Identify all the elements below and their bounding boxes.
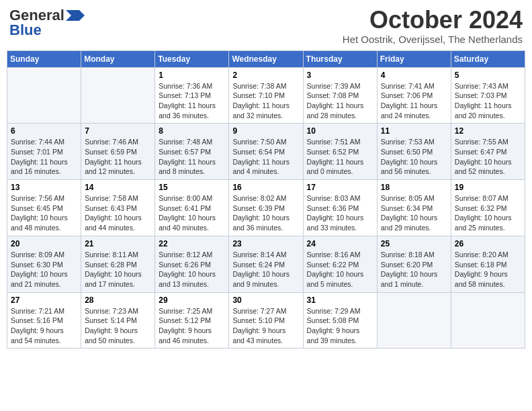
location-text: Het Oostrik, Overijssel, The Netherlands	[343, 34, 523, 45]
day-number: 5	[455, 71, 521, 80]
logo: General Blue	[9, 7, 85, 39]
day-number: 14	[85, 183, 151, 192]
day-info: Sunrise: 7:56 AM Sunset: 6:45 PM Dayligh…	[11, 193, 77, 233]
day-number: 27	[11, 295, 77, 305]
calendar-cell: 24Sunrise: 8:16 AM Sunset: 6:22 PM Dayli…	[303, 236, 377, 292]
day-info: Sunrise: 7:58 AM Sunset: 6:43 PM Dayligh…	[85, 193, 151, 233]
day-number: 9	[232, 126, 299, 136]
day-number: 26	[455, 239, 521, 248]
day-info: Sunrise: 7:29 AM Sunset: 5:08 PM Dayligh…	[307, 306, 373, 346]
calendar-cell: 22Sunrise: 8:12 AM Sunset: 6:26 PM Dayli…	[155, 236, 229, 292]
calendar-cell: 23Sunrise: 8:14 AM Sunset: 6:24 PM Dayli…	[229, 236, 303, 292]
day-info: Sunrise: 8:09 AM Sunset: 6:30 PM Dayligh…	[11, 250, 77, 289]
calendar-cell: 17Sunrise: 8:03 AM Sunset: 6:36 PM Dayli…	[303, 180, 377, 236]
day-number: 10	[307, 126, 373, 136]
day-number: 2	[232, 71, 299, 80]
day-info: Sunrise: 7:41 AM Sunset: 7:06 PM Dayligh…	[381, 81, 447, 121]
calendar-cell: 1Sunrise: 7:36 AM Sunset: 7:13 PM Daylig…	[155, 67, 229, 124]
day-info: Sunrise: 8:14 AM Sunset: 6:24 PM Dayligh…	[232, 250, 299, 289]
calendar-cell: 30Sunrise: 7:27 AM Sunset: 5:10 PM Dayli…	[229, 292, 303, 349]
day-number: 30	[232, 295, 299, 305]
day-info: Sunrise: 7:50 AM Sunset: 6:54 PM Dayligh…	[232, 137, 299, 177]
day-info: Sunrise: 7:39 AM Sunset: 7:08 PM Dayligh…	[307, 81, 373, 121]
day-info: Sunrise: 7:51 AM Sunset: 6:52 PM Dayligh…	[307, 137, 373, 177]
day-number: 31	[307, 295, 373, 305]
day-number: 6	[11, 126, 77, 136]
calendar-cell: 15Sunrise: 8:00 AM Sunset: 6:41 PM Dayli…	[155, 180, 229, 236]
calendar-cell: 16Sunrise: 8:02 AM Sunset: 6:39 PM Dayli…	[229, 180, 303, 236]
day-number: 11	[381, 126, 447, 136]
weekday-header-row: SundayMondayTuesdayWednesdayThursdayFrid…	[7, 50, 525, 67]
calendar-cell: 20Sunrise: 8:09 AM Sunset: 6:30 PM Dayli…	[7, 236, 81, 292]
page-header: General Blue October 2024 Het Oostrik, O…	[7, 7, 525, 45]
day-info: Sunrise: 7:43 AM Sunset: 7:03 PM Dayligh…	[455, 81, 521, 121]
day-info: Sunrise: 7:48 AM Sunset: 6:57 PM Dayligh…	[159, 137, 225, 177]
calendar-cell: 19Sunrise: 8:07 AM Sunset: 6:32 PM Dayli…	[451, 180, 525, 236]
day-info: Sunrise: 7:46 AM Sunset: 6:59 PM Dayligh…	[85, 137, 151, 177]
calendar-week-row: 27Sunrise: 7:21 AM Sunset: 5:16 PM Dayli…	[7, 292, 525, 349]
calendar-week-row: 20Sunrise: 8:09 AM Sunset: 6:30 PM Dayli…	[7, 236, 525, 292]
day-info: Sunrise: 7:23 AM Sunset: 5:14 PM Dayligh…	[85, 306, 151, 346]
day-info: Sunrise: 8:12 AM Sunset: 6:26 PM Dayligh…	[159, 250, 225, 289]
day-number: 8	[159, 126, 225, 136]
calendar-cell: 25Sunrise: 8:18 AM Sunset: 6:20 PM Dayli…	[377, 236, 451, 292]
day-number: 24	[307, 239, 373, 248]
weekday-header-wednesday: Wednesday	[229, 50, 303, 67]
logo-arrow-icon	[66, 10, 85, 21]
day-number: 7	[85, 126, 151, 136]
day-number: 21	[85, 239, 151, 248]
day-info: Sunrise: 8:18 AM Sunset: 6:20 PM Dayligh…	[381, 250, 447, 289]
calendar-cell: 5Sunrise: 7:43 AM Sunset: 7:03 PM Daylig…	[451, 67, 525, 124]
calendar-cell: 31Sunrise: 7:29 AM Sunset: 5:08 PM Dayli…	[303, 292, 377, 349]
calendar-week-row: 1Sunrise: 7:36 AM Sunset: 7:13 PM Daylig…	[7, 67, 525, 124]
day-number: 16	[232, 183, 299, 192]
calendar-cell: 10Sunrise: 7:51 AM Sunset: 6:52 PM Dayli…	[303, 124, 377, 180]
title-area: October 2024 Het Oostrik, Overijssel, Th…	[343, 7, 523, 45]
day-number: 3	[307, 71, 373, 80]
calendar-cell: 26Sunrise: 8:20 AM Sunset: 6:18 PM Dayli…	[451, 236, 525, 292]
calendar-cell: 14Sunrise: 7:58 AM Sunset: 6:43 PM Dayli…	[81, 180, 155, 236]
weekday-header-tuesday: Tuesday	[155, 50, 229, 67]
day-info: Sunrise: 8:00 AM Sunset: 6:41 PM Dayligh…	[159, 193, 225, 233]
day-info: Sunrise: 7:36 AM Sunset: 7:13 PM Dayligh…	[159, 81, 225, 121]
weekday-header-friday: Friday	[377, 50, 451, 67]
day-number: 19	[455, 183, 521, 192]
day-number: 4	[381, 71, 447, 80]
calendar-cell: 12Sunrise: 7:55 AM Sunset: 6:47 PM Dayli…	[451, 124, 525, 180]
day-info: Sunrise: 7:21 AM Sunset: 5:16 PM Dayligh…	[11, 306, 77, 346]
day-info: Sunrise: 7:53 AM Sunset: 6:50 PM Dayligh…	[381, 137, 447, 177]
calendar-week-row: 13Sunrise: 7:56 AM Sunset: 6:45 PM Dayli…	[7, 180, 525, 236]
day-info: Sunrise: 7:38 AM Sunset: 7:10 PM Dayligh…	[232, 81, 299, 121]
calendar-cell	[377, 292, 451, 349]
svg-marker-0	[66, 10, 85, 21]
day-number: 1	[159, 71, 225, 80]
day-number: 18	[381, 183, 447, 192]
calendar-cell: 28Sunrise: 7:23 AM Sunset: 5:14 PM Dayli…	[81, 292, 155, 349]
day-info: Sunrise: 7:44 AM Sunset: 7:01 PM Dayligh…	[11, 137, 77, 177]
calendar-cell: 13Sunrise: 7:56 AM Sunset: 6:45 PM Dayli…	[7, 180, 81, 236]
day-number: 29	[159, 295, 225, 305]
day-info: Sunrise: 7:25 AM Sunset: 5:12 PM Dayligh…	[159, 306, 225, 346]
month-title: October 2024	[343, 7, 523, 34]
weekday-header-saturday: Saturday	[451, 50, 525, 67]
day-info: Sunrise: 8:07 AM Sunset: 6:32 PM Dayligh…	[455, 193, 521, 233]
weekday-header-sunday: Sunday	[7, 50, 81, 67]
calendar-week-row: 6Sunrise: 7:44 AM Sunset: 7:01 PM Daylig…	[7, 124, 525, 180]
calendar-cell: 4Sunrise: 7:41 AM Sunset: 7:06 PM Daylig…	[377, 67, 451, 124]
day-number: 28	[85, 295, 151, 305]
day-info: Sunrise: 8:02 AM Sunset: 6:39 PM Dayligh…	[232, 193, 299, 233]
day-number: 22	[159, 239, 225, 248]
calendar-cell: 6Sunrise: 7:44 AM Sunset: 7:01 PM Daylig…	[7, 124, 81, 180]
day-number: 17	[307, 183, 373, 192]
weekday-header-thursday: Thursday	[303, 50, 377, 67]
day-number: 13	[11, 183, 77, 192]
logo-blue-text: Blue	[9, 21, 42, 39]
day-info: Sunrise: 8:05 AM Sunset: 6:34 PM Dayligh…	[381, 193, 447, 233]
day-number: 23	[232, 239, 299, 248]
day-info: Sunrise: 8:16 AM Sunset: 6:22 PM Dayligh…	[307, 250, 373, 289]
day-info: Sunrise: 7:27 AM Sunset: 5:10 PM Dayligh…	[232, 306, 299, 346]
calendar-cell: 9Sunrise: 7:50 AM Sunset: 6:54 PM Daylig…	[229, 124, 303, 180]
calendar-cell: 3Sunrise: 7:39 AM Sunset: 7:08 PM Daylig…	[303, 67, 377, 124]
weekday-header-monday: Monday	[81, 50, 155, 67]
calendar-cell	[451, 292, 525, 349]
